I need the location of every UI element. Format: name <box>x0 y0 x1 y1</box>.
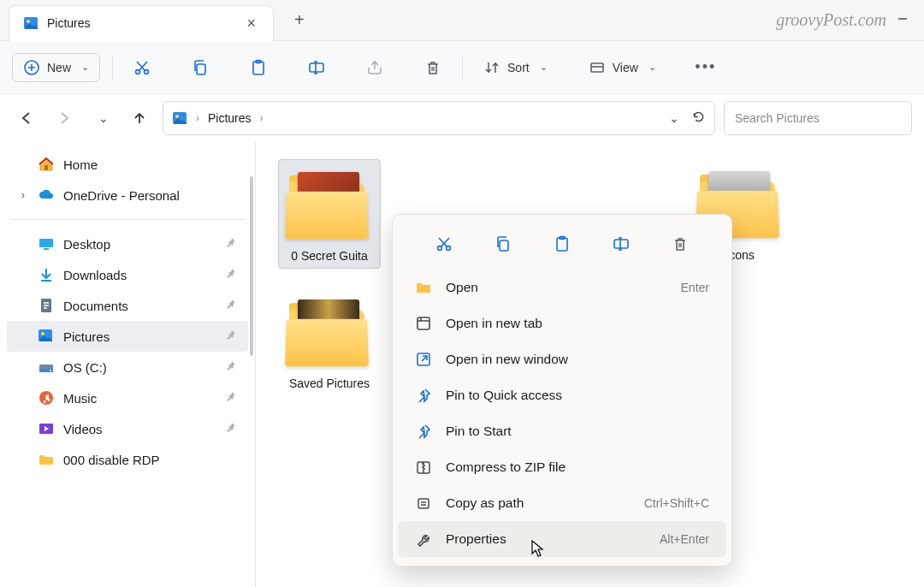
cut-button[interactable] <box>125 52 159 83</box>
rename-button[interactable] <box>299 52 334 83</box>
folder-icon <box>282 165 376 240</box>
copy-icon <box>495 235 512 252</box>
pin-icon[interactable] <box>226 237 238 252</box>
sidebar-item-disable-rdp[interactable]: 000 disable RDP <box>7 444 248 475</box>
refresh-button[interactable] <box>691 110 706 127</box>
tab-pictures[interactable]: Pictures × <box>9 5 274 41</box>
folder-item[interactable]: 0 Secret Guita <box>278 159 381 269</box>
sidebar-item-label: Desktop <box>63 237 110 252</box>
pin-icon[interactable] <box>226 422 238 436</box>
ctx-open-new-tab[interactable]: Open in new tab <box>398 305 726 341</box>
cloud-icon <box>38 187 55 204</box>
search-box[interactable] <box>724 101 912 135</box>
context-menu-toolbar <box>398 223 726 270</box>
new-tab-button[interactable]: + <box>294 10 305 30</box>
sidebar-item-desktop[interactable]: Desktop <box>7 228 248 259</box>
ctx-properties[interactable]: Properties Alt+Enter <box>398 521 726 557</box>
ctx-pin-quick-access[interactable]: Pin to Quick access <box>398 377 726 413</box>
sidebar-item-music[interactable]: Music <box>7 382 248 413</box>
sort-button[interactable]: Sort ⌄ <box>475 52 556 83</box>
pin-icon[interactable] <box>226 391 238 406</box>
breadcrumb-segment[interactable]: Pictures <box>208 111 252 125</box>
video-icon <box>38 420 55 437</box>
back-button[interactable] <box>12 104 41 133</box>
sidebar-item-downloads[interactable]: Downloads <box>7 259 248 290</box>
trash-icon <box>672 235 689 252</box>
search-input[interactable] <box>735 111 901 125</box>
folder-icon <box>282 293 376 368</box>
toolbar: New ⌄ Sort ⌄ View ⌄ ••• <box>0 41 924 94</box>
sidebar: Home › OneDrive - Personal Desktop Downl… <box>0 142 255 587</box>
address-bar[interactable]: › Pictures › ⌄ <box>163 101 715 135</box>
document-icon <box>38 297 55 314</box>
delete-button[interactable] <box>416 52 450 83</box>
ctx-delete-button[interactable] <box>665 228 696 259</box>
ctx-paste-button[interactable] <box>547 228 578 259</box>
sidebar-item-label: OS (C:) <box>63 360 107 375</box>
copy-button[interactable] <box>183 52 217 83</box>
chevron-right-icon: › <box>260 112 264 124</box>
pin-icon[interactable] <box>226 299 238 313</box>
plus-circle-icon <box>23 59 40 76</box>
ctx-label: Open in new window <box>446 352 568 367</box>
ctx-pin-start[interactable]: Pin to Start <box>398 413 726 449</box>
scrollbar[interactable] <box>250 176 253 356</box>
chevron-right-icon[interactable]: › <box>17 189 29 201</box>
navbar: ⌄ › Pictures › ⌄ <box>0 94 924 142</box>
trash-icon <box>424 59 441 76</box>
up-button[interactable] <box>125 104 154 133</box>
folder-item[interactable]: Saved Pictures <box>278 288 381 399</box>
ctx-shortcut: Enter <box>681 281 709 294</box>
pictures-icon <box>172 110 187 126</box>
wrench-icon <box>415 531 432 548</box>
scissors-icon <box>133 59 151 76</box>
sidebar-item-pictures[interactable]: Pictures <box>7 321 248 352</box>
sidebar-item-label: Pictures <box>63 329 110 344</box>
pictures-icon <box>38 328 55 345</box>
pin-icon <box>415 423 432 440</box>
watermark: groovyPost.com <box>776 10 886 30</box>
chevron-down-icon: ⌄ <box>98 111 109 125</box>
sidebar-item-home[interactable]: Home <box>7 149 248 180</box>
download-icon <box>38 266 55 283</box>
sidebar-item-label: Downloads <box>63 268 127 282</box>
ctx-open-new-window[interactable]: Open in new window <box>398 341 726 377</box>
copy-icon <box>192 59 209 76</box>
rename-icon <box>308 59 325 76</box>
forward-button[interactable] <box>50 104 79 133</box>
more-button[interactable]: ••• <box>689 52 723 83</box>
ctx-shortcut: Alt+Enter <box>660 532 709 546</box>
share-button[interactable] <box>358 52 392 83</box>
sidebar-item-documents[interactable]: Documents <box>7 290 248 321</box>
close-icon[interactable]: × <box>243 15 259 33</box>
divider <box>462 56 463 80</box>
sidebar-item-videos[interactable]: Videos <box>7 413 248 444</box>
ctx-compress-zip[interactable]: Compress to ZIP file <box>398 449 726 485</box>
new-button[interactable]: New ⌄ <box>12 53 100 82</box>
sidebar-item-label: Home <box>63 157 98 172</box>
ctx-shortcut: Ctrl+Shift+C <box>644 496 709 510</box>
ctx-open[interactable]: Open Enter <box>398 270 726 305</box>
pin-icon[interactable] <box>226 360 238 375</box>
paste-button[interactable] <box>241 52 275 83</box>
share-icon <box>366 59 383 76</box>
ctx-copy-path[interactable]: Copy as path Ctrl+Shift+C <box>398 485 726 521</box>
sidebar-item-label: 000 disable RDP <box>63 453 160 467</box>
ctx-copy-button[interactable] <box>488 228 518 259</box>
ctx-cut-button[interactable] <box>429 228 459 259</box>
pin-icon[interactable] <box>226 268 238 282</box>
chevron-down-icon: ⌄ <box>81 62 89 73</box>
sidebar-item-onedrive[interactable]: › OneDrive - Personal <box>7 180 248 210</box>
ctx-label: Pin to Start <box>446 424 512 439</box>
recent-button[interactable]: ⌄ <box>87 104 116 133</box>
sidebar-item-label: OneDrive - Personal <box>63 188 180 203</box>
ctx-label: Open <box>446 280 478 295</box>
view-button[interactable]: View ⌄ <box>580 52 665 83</box>
zip-icon <box>415 459 432 476</box>
ctx-rename-button[interactable] <box>606 228 637 259</box>
minimize-icon[interactable] <box>897 13 909 27</box>
chevron-down-icon[interactable]: ⌄ <box>669 111 679 125</box>
pin-icon[interactable] <box>226 329 238 344</box>
ctx-label: Copy as path <box>446 495 524 511</box>
sidebar-item-os-c[interactable]: OS (C:) <box>7 352 248 382</box>
